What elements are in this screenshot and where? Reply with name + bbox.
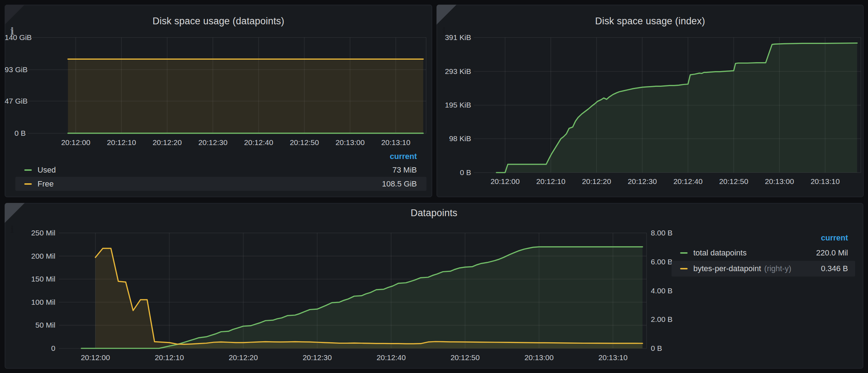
chart-disk-space-index[interactable] xyxy=(437,5,864,197)
y-axis-tick-label: 293 KiB xyxy=(437,67,471,76)
x-axis-tick-label: 20:12:50 xyxy=(438,353,492,362)
legend-row-bytes-per-datapoint[interactable]: bytes-per-datapoint (right-y) 0.346 B xyxy=(672,261,855,277)
x-axis-tick-label: 20:13:00 xyxy=(512,353,566,362)
right-y-axis-tick-label: 4.00 B xyxy=(651,286,701,295)
x-axis-tick-label: 20:13:10 xyxy=(586,353,640,362)
legend: current total datapoints 220.0 Mil bytes… xyxy=(672,231,855,277)
x-axis-tick-label: 20:12:30 xyxy=(290,353,344,362)
series-color-dash-icon xyxy=(24,169,32,171)
x-axis-tick-label: 20:12:00 xyxy=(69,353,122,362)
legend-current-header[interactable]: current xyxy=(672,231,855,245)
y-axis-tick-label: 100 Mil xyxy=(5,298,55,307)
y-axis-tick-label: 98 KiB xyxy=(437,134,471,143)
legend-row-total-datapoints[interactable]: total datapoints 220.0 Mil xyxy=(672,245,855,261)
series-color-dash-icon xyxy=(680,268,688,269)
series-fill-free xyxy=(68,59,423,133)
legend-value: 108.5 GiB xyxy=(382,179,417,189)
right-y-axis-tick-label: 0 B xyxy=(651,344,701,353)
y-axis-tick-label: 250 Mil xyxy=(5,228,55,238)
legend-label-axis-suffix: (right-y) xyxy=(764,264,792,273)
legend-label[interactable]: bytes-per-datapoint xyxy=(693,264,761,273)
x-axis-tick-label: 20:13:10 xyxy=(798,177,852,186)
series-color-dash-icon xyxy=(680,252,688,254)
legend-value: 220.0 Mil xyxy=(816,248,848,258)
y-axis-tick-label: 195 KiB xyxy=(437,100,471,110)
series-color-dash-icon xyxy=(24,183,32,185)
legend-label[interactable]: Used xyxy=(38,165,56,175)
y-axis-tick-label: 200 Mil xyxy=(5,252,55,261)
panel-disk-space-datapoints: i Disk space usage (datapoints) 140 GiB9… xyxy=(5,5,432,197)
y-axis-tick-label: 47 GiB xyxy=(5,96,26,106)
panel-disk-space-index: i Disk space usage (index) 391 KiB293 Ki… xyxy=(437,5,864,197)
y-axis-tick-label: 50 Mil xyxy=(5,320,55,330)
legend-row-used[interactable]: Used 73 MiB xyxy=(15,163,426,177)
legend-current-header[interactable]: current xyxy=(390,152,417,161)
y-axis-tick-label: 0 B xyxy=(437,168,471,177)
right-y-axis-tick-label: 2.00 B xyxy=(651,315,701,324)
legend-label[interactable]: Free xyxy=(38,179,54,189)
x-axis-tick-label: 20:12:10 xyxy=(143,353,196,362)
legend-label[interactable]: total datapoints xyxy=(693,248,747,258)
chart-datapoints[interactable] xyxy=(5,203,863,369)
y-axis-tick-label: 93 GiB xyxy=(5,65,26,74)
legend-value: 73 MiB xyxy=(393,165,417,175)
x-axis-tick-label: 20:12:20 xyxy=(216,353,270,362)
legend-row-free[interactable]: Free 108.5 GiB xyxy=(15,177,426,191)
legend-value: 0.346 B xyxy=(821,264,848,273)
series-fill-index-size xyxy=(497,43,857,173)
y-axis-tick-label: 140 GiB xyxy=(5,33,26,42)
y-axis-tick-label: 0 xyxy=(5,344,55,353)
y-axis-tick-label: 391 KiB xyxy=(437,33,471,42)
y-axis-tick-label: 0 B xyxy=(5,129,26,138)
x-axis-tick-label: 20:12:40 xyxy=(364,353,418,362)
y-axis-tick-label: 150 Mil xyxy=(5,274,55,284)
series-fill-total-datapoints xyxy=(81,247,643,348)
panel-datapoints: i Datapoints 250 Mil200 Mil150 Mil100 Mi… xyxy=(5,203,863,369)
x-axis-tick-label: 20:13:10 xyxy=(369,138,423,147)
